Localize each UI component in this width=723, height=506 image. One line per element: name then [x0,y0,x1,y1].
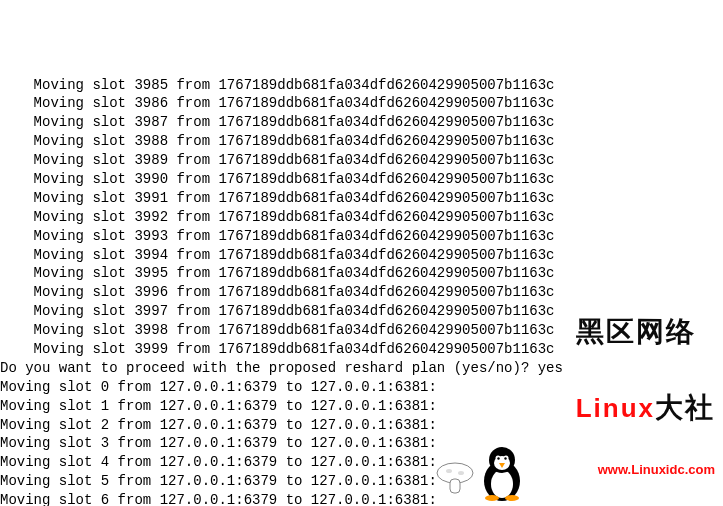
terminal-output: Moving slot 3985 from 1767189ddb681fa034… [0,76,723,506]
